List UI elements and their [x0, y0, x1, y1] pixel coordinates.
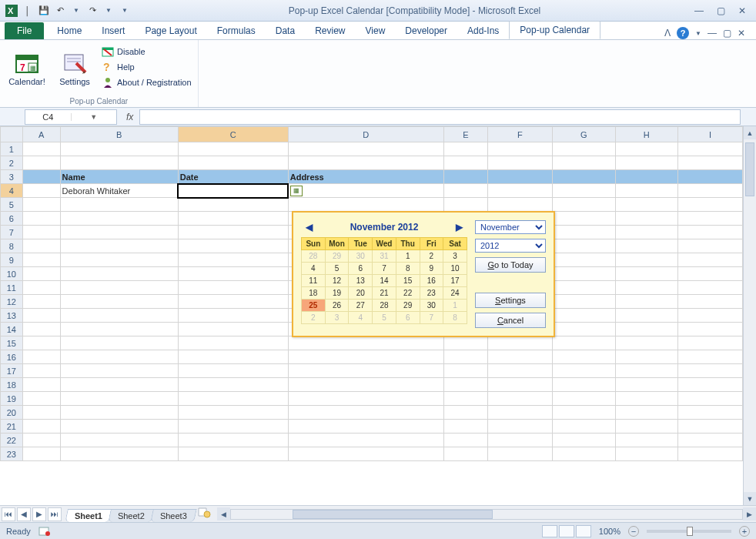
row-header-21[interactable]: 21: [1, 420, 23, 434]
cell-D3[interactable]: Address: [288, 170, 443, 184]
cal-day-28[interactable]: 28: [302, 250, 326, 263]
cell-F1[interactable]: [488, 142, 553, 156]
row-header-8[interactable]: 8: [1, 239, 23, 253]
cell-A16[interactable]: [22, 350, 60, 364]
row-header-11[interactable]: 11: [1, 281, 23, 295]
disable-button[interactable]: Disable: [100, 45, 193, 59]
cal-day-14[interactable]: 14: [373, 275, 396, 287]
cell-B20[interactable]: [60, 406, 178, 420]
cal-day-13[interactable]: 13: [349, 275, 373, 287]
cell-I20[interactable]: [678, 406, 743, 420]
cal-day-1[interactable]: 1: [396, 250, 420, 263]
cal-day-3[interactable]: 3: [443, 250, 467, 263]
cell-F21[interactable]: [488, 420, 553, 434]
cell-D2[interactable]: [288, 156, 443, 170]
cal-day-15[interactable]: 15: [396, 275, 420, 287]
file-tab[interactable]: File: [5, 22, 44, 39]
cell-E23[interactable]: [443, 447, 487, 461]
cal-day-22[interactable]: 22: [396, 287, 420, 300]
cell-F19[interactable]: [488, 392, 553, 406]
cell-I18[interactable]: [678, 378, 743, 392]
row-header-23[interactable]: 23: [1, 447, 23, 461]
cal-day-5[interactable]: 5: [325, 263, 349, 275]
cell-I17[interactable]: [678, 364, 743, 378]
cell-G15[interactable]: [552, 336, 615, 350]
cal-day-8[interactable]: 8: [443, 312, 467, 324]
row-header-15[interactable]: 15: [1, 336, 23, 350]
cell-I5[interactable]: [678, 198, 743, 212]
cell-C12[interactable]: [178, 295, 288, 309]
cal-settings-button[interactable]: Settings: [475, 293, 546, 308]
cell-D21[interactable]: [288, 420, 443, 434]
col-header-B[interactable]: B: [60, 127, 178, 142]
view-layout-icon[interactable]: [559, 525, 574, 537]
cell-H4[interactable]: [615, 184, 678, 198]
cell-F17[interactable]: [488, 364, 553, 378]
tab-prev-icon[interactable]: ◀: [17, 507, 31, 521]
cal-day-7[interactable]: 7: [420, 312, 443, 324]
cell-G17[interactable]: [552, 364, 615, 378]
cell-I21[interactable]: [678, 420, 743, 434]
cell-A2[interactable]: [22, 156, 60, 170]
cell-G16[interactable]: [552, 350, 615, 364]
cal-day-6[interactable]: 6: [349, 263, 373, 275]
cal-day-27[interactable]: 27: [349, 300, 373, 312]
cell-B18[interactable]: [60, 378, 178, 392]
cell-G19[interactable]: [552, 392, 615, 406]
cell-I6[interactable]: [678, 212, 743, 226]
cal-day-10[interactable]: 10: [443, 263, 467, 275]
cell-C2[interactable]: [178, 156, 288, 170]
row-header-12[interactable]: 12: [1, 295, 23, 309]
cell-B9[interactable]: [60, 253, 178, 267]
cell-H5[interactable]: [615, 198, 678, 212]
cell-I7[interactable]: [678, 226, 743, 239]
cal-day-1[interactable]: 1: [443, 300, 467, 312]
cell-C4[interactable]: [178, 184, 288, 198]
cell-H18[interactable]: [615, 378, 678, 392]
cell-B5[interactable]: [60, 198, 178, 212]
row-header-1[interactable]: 1: [1, 142, 23, 156]
row-header-17[interactable]: 17: [1, 364, 23, 378]
cell-C10[interactable]: [178, 267, 288, 281]
cell-C8[interactable]: [178, 239, 288, 253]
ribbon-min-icon[interactable]: ᐱ: [664, 28, 671, 38]
cell-E21[interactable]: [443, 420, 487, 434]
col-header-A[interactable]: A: [22, 127, 60, 142]
cell-F3[interactable]: [488, 170, 553, 184]
cal-day-6[interactable]: 6: [396, 312, 420, 324]
row-header-10[interactable]: 10: [1, 267, 23, 281]
prev-month-icon[interactable]: ◀: [306, 222, 313, 233]
cell-H19[interactable]: [615, 392, 678, 406]
cell-A15[interactable]: [22, 336, 60, 350]
cell-E19[interactable]: [443, 392, 487, 406]
formula-input[interactable]: [139, 109, 741, 125]
cell-A20[interactable]: [22, 406, 60, 420]
row-header-2[interactable]: 2: [1, 156, 23, 170]
cell-I16[interactable]: [678, 350, 743, 364]
cell-F20[interactable]: [488, 406, 553, 420]
cell-B2[interactable]: [60, 156, 178, 170]
tab-review[interactable]: Review: [305, 22, 355, 39]
cal-day-3[interactable]: 3: [325, 312, 349, 324]
cell-I22[interactable]: [678, 434, 743, 447]
cal-day-25[interactable]: 25: [302, 300, 326, 312]
cal-day-8[interactable]: 8: [396, 263, 420, 275]
cell-B15[interactable]: [60, 336, 178, 350]
cell-I4[interactable]: [678, 184, 743, 198]
cal-day-2[interactable]: 2: [302, 312, 326, 324]
cal-day-11[interactable]: 11: [302, 275, 326, 287]
row-header-16[interactable]: 16: [1, 350, 23, 364]
cell-H10[interactable]: [615, 267, 678, 281]
zoom-slider[interactable]: [647, 530, 731, 533]
save-icon[interactable]: 💾: [37, 4, 51, 18]
cell-C13[interactable]: [178, 309, 288, 323]
cell-I11[interactable]: [678, 281, 743, 295]
cell-D20[interactable]: [288, 406, 443, 420]
cell-C23[interactable]: [178, 447, 288, 461]
cell-C7[interactable]: [178, 226, 288, 239]
zoom-out-icon[interactable]: −: [628, 526, 639, 537]
cell-G11[interactable]: [552, 281, 615, 295]
row-header-4[interactable]: 4: [1, 184, 23, 198]
cal-day-28[interactable]: 28: [373, 300, 396, 312]
cell-F16[interactable]: [488, 350, 553, 364]
